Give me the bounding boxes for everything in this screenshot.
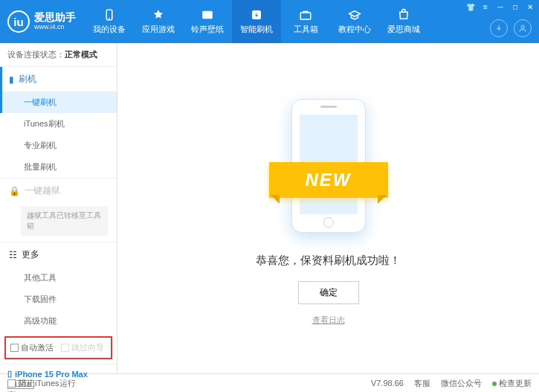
nav-toolbox[interactable]: 工具箱 <box>281 0 330 43</box>
footer-link-wechat[interactable]: 微信公众号 <box>441 378 482 389</box>
sidebar-item-oneclick-flash[interactable]: 一键刷机 <box>0 91 117 113</box>
lock-icon: 🔒 <box>9 186 20 196</box>
more-icon: ☷ <box>9 250 17 260</box>
update-dot-icon <box>492 382 497 386</box>
jailbreak-notice: 越狱工具已转移至工具箱 <box>21 206 108 236</box>
menu-button[interactable]: ≡ <box>480 1 491 12</box>
sidebar-item-download-firmware[interactable]: 下载固件 <box>0 289 117 310</box>
sidebar-item-advanced[interactable]: 高级功能 <box>0 310 117 332</box>
skin-button[interactable]: 👕 <box>465 1 477 12</box>
maximize-button[interactable]: □ <box>509 1 521 12</box>
checkbox-auto-activate[interactable]: 自动激活 <box>10 342 54 353</box>
footer-link-support[interactable]: 客服 <box>414 378 430 389</box>
sidebar-item-itunes-flash[interactable]: iTunes刷机 <box>0 113 117 135</box>
sidebar-item-batch-flash[interactable]: 批量刷机 <box>0 156 117 178</box>
nav-flash[interactable]: 智能刷机 <box>232 0 281 43</box>
nav-my-device[interactable]: 我的设备 <box>85 0 134 43</box>
ok-button[interactable]: 确定 <box>298 281 359 304</box>
close-button[interactable]: ✕ <box>524 1 536 12</box>
svg-rect-2 <box>202 11 213 19</box>
sidebar-item-pro-flash[interactable]: 专业刷机 <box>0 135 117 156</box>
sidebar-item-other-tools[interactable]: 其他工具 <box>0 267 117 289</box>
view-log-link[interactable]: 查看日志 <box>312 315 345 326</box>
window-controls: 👕 ≡ ─ □ ✕ <box>465 1 536 12</box>
minimize-button[interactable]: ─ <box>494 1 506 12</box>
nav-shop[interactable]: 爱思商城 <box>379 0 428 43</box>
checkbox-block-itunes[interactable]: 阻止iTunes运行 <box>7 378 76 389</box>
ringtone-icon <box>200 8 215 22</box>
logo-subtitle: www.i4.cn <box>34 24 76 31</box>
main-nav: 我的设备 应用游戏 铃声壁纸 智能刷机 工具箱 教程中心 爱思商城 <box>85 0 428 43</box>
sidebar: 设备连接状态：正常模式 ▮ 刷机 一键刷机 iTunes刷机 专业刷机 批量刷机… <box>0 43 117 373</box>
connection-status: 设备连接状态：正常模式 <box>0 43 117 67</box>
nav-tutorial[interactable]: 教程中心 <box>330 0 379 43</box>
sidebar-head-flash[interactable]: ▮ 刷机 <box>0 67 117 91</box>
version-label: V7.98.66 <box>371 379 404 388</box>
main-content: NEW 恭喜您，保资料刷机成功啦！ 确定 查看日志 <box>117 43 539 373</box>
tutorial-icon <box>347 8 362 22</box>
logo: iu 爱思助手 www.i4.cn <box>7 10 76 33</box>
toolbox-icon <box>298 8 313 22</box>
logo-icon: iu <box>7 10 30 33</box>
logo-title: 爱思助手 <box>34 12 76 23</box>
flash-icon <box>249 8 264 22</box>
footer-link-update[interactable]: 检查更新 <box>492 378 532 389</box>
svg-rect-4 <box>300 13 311 19</box>
sidebar-head-jailbreak: 🔒 一键越狱 <box>0 179 117 203</box>
sidebar-head-more[interactable]: ☷ 更多 <box>0 242 117 267</box>
phone-icon: ▮ <box>9 74 14 85</box>
success-message: 恭喜您，保资料刷机成功啦！ <box>256 254 401 268</box>
app-header: iu 爱思助手 www.i4.cn 我的设备 应用游戏 铃声壁纸 智能刷机 工具… <box>0 0 539 43</box>
apps-icon <box>151 8 166 22</box>
svg-point-5 <box>521 25 524 28</box>
nav-ringtone[interactable]: 铃声壁纸 <box>183 0 232 43</box>
shop-icon <box>396 8 411 22</box>
nav-apps[interactable]: 应用游戏 <box>134 0 183 43</box>
download-button[interactable] <box>490 19 508 37</box>
user-button[interactable] <box>514 19 532 37</box>
device-icon <box>102 8 117 22</box>
options-highlight-box: 自动激活 跳过向导 <box>4 336 112 359</box>
checkbox-skip-guide: 跳过向导 <box>61 342 104 353</box>
phone-illustration: NEW <box>277 91 381 240</box>
new-ribbon: NEW <box>269 162 388 198</box>
